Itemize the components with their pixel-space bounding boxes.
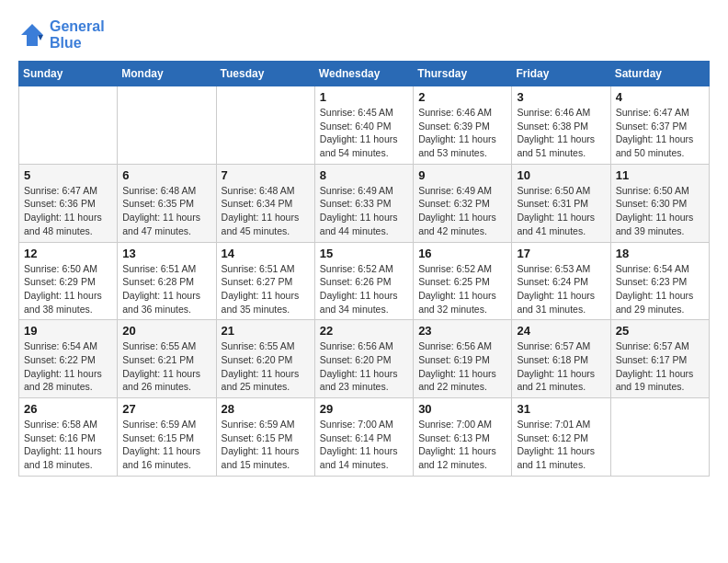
calendar-day-cell: [610, 398, 709, 477]
day-info: Sunrise: 6:53 AM Sunset: 6:24 PM Dayligh…: [517, 262, 605, 316]
day-info: Sunrise: 7:00 AM Sunset: 6:13 PM Dayligh…: [418, 418, 506, 472]
day-number: 10: [517, 168, 605, 182]
weekday-header: Thursday: [414, 62, 512, 86]
day-number: 12: [24, 247, 112, 260]
day-number: 5: [24, 168, 112, 182]
day-number: 7: [222, 168, 310, 182]
weekday-header: Friday: [512, 62, 610, 86]
day-info: Sunrise: 6:56 AM Sunset: 6:19 PM Dayligh…: [418, 339, 506, 394]
calendar-day-cell: 10Sunrise: 6:50 AM Sunset: 6:31 PM Dayli…: [512, 164, 610, 242]
calendar-day-cell: 15Sunrise: 6:52 AM Sunset: 6:26 PM Dayli…: [314, 242, 413, 320]
logo-text: General Blue: [50, 18, 105, 52]
calendar-day-cell: 21Sunrise: 6:55 AM Sunset: 6:20 PM Dayli…: [216, 320, 314, 398]
calendar-day-cell: 13Sunrise: 6:51 AM Sunset: 6:28 PM Dayli…: [118, 242, 216, 320]
calendar-day-cell: 29Sunrise: 7:00 AM Sunset: 6:14 PM Dayli…: [314, 398, 413, 477]
calendar-day-cell: 20Sunrise: 6:55 AM Sunset: 6:21 PM Dayli…: [118, 320, 216, 398]
day-number: 27: [122, 402, 210, 416]
day-info: Sunrise: 6:50 AM Sunset: 6:29 PM Dayligh…: [24, 262, 112, 316]
calendar-day-cell: 12Sunrise: 6:50 AM Sunset: 6:29 PM Dayli…: [19, 242, 118, 320]
day-number: 16: [418, 247, 506, 260]
calendar-day-cell: 8Sunrise: 6:49 AM Sunset: 6:33 PM Daylig…: [314, 164, 413, 242]
day-number: 18: [616, 247, 704, 260]
calendar-day-cell: 14Sunrise: 6:51 AM Sunset: 6:27 PM Dayli…: [216, 242, 314, 320]
calendar-day-cell: 9Sunrise: 6:49 AM Sunset: 6:32 PM Daylig…: [414, 164, 512, 242]
calendar-day-cell: 28Sunrise: 6:59 AM Sunset: 6:15 PM Dayli…: [216, 398, 314, 477]
svg-marker-1: [38, 35, 43, 40]
calendar-day-cell: 2Sunrise: 6:46 AM Sunset: 6:39 PM Daylig…: [414, 86, 512, 165]
day-number: 15: [320, 247, 408, 260]
day-info: Sunrise: 6:54 AM Sunset: 6:23 PM Dayligh…: [616, 262, 704, 316]
day-number: 31: [517, 402, 605, 416]
day-number: 20: [122, 324, 210, 338]
calendar-day-cell: 16Sunrise: 6:52 AM Sunset: 6:25 PM Dayli…: [414, 242, 512, 320]
logo-icon: [18, 21, 46, 49]
calendar-day-cell: [118, 86, 216, 165]
day-number: 4: [616, 90, 704, 104]
day-number: 8: [320, 168, 408, 182]
day-info: Sunrise: 7:01 AM Sunset: 6:12 PM Dayligh…: [517, 418, 605, 472]
calendar-day-cell: 4Sunrise: 6:47 AM Sunset: 6:37 PM Daylig…: [610, 86, 709, 165]
day-info: Sunrise: 6:59 AM Sunset: 6:15 PM Dayligh…: [222, 418, 310, 472]
calendar-day-cell: 5Sunrise: 6:47 AM Sunset: 6:36 PM Daylig…: [19, 164, 118, 242]
day-info: Sunrise: 6:59 AM Sunset: 6:15 PM Dayligh…: [122, 418, 210, 472]
weekday-header-row: SundayMondayTuesdayWednesdayThursdayFrid…: [19, 62, 710, 86]
calendar-day-cell: 1Sunrise: 6:45 AM Sunset: 6:40 PM Daylig…: [314, 86, 413, 165]
day-number: 29: [320, 402, 408, 416]
calendar-day-cell: 7Sunrise: 6:48 AM Sunset: 6:34 PM Daylig…: [216, 164, 314, 242]
calendar-day-cell: 3Sunrise: 6:46 AM Sunset: 6:38 PM Daylig…: [512, 86, 610, 165]
day-info: Sunrise: 6:52 AM Sunset: 6:26 PM Dayligh…: [320, 262, 408, 316]
weekday-header: Monday: [118, 62, 216, 86]
calendar-table: SundayMondayTuesdayWednesdayThursdayFrid…: [18, 61, 710, 477]
calendar-day-cell: 24Sunrise: 6:57 AM Sunset: 6:18 PM Dayli…: [512, 320, 610, 398]
day-info: Sunrise: 6:55 AM Sunset: 6:21 PM Dayligh…: [122, 339, 210, 394]
day-info: Sunrise: 6:56 AM Sunset: 6:20 PM Dayligh…: [320, 339, 408, 394]
day-number: 17: [517, 247, 605, 260]
day-number: 13: [122, 247, 210, 260]
calendar-day-cell: 30Sunrise: 7:00 AM Sunset: 6:13 PM Dayli…: [414, 398, 512, 477]
day-number: 11: [616, 168, 704, 182]
calendar-day-cell: 31Sunrise: 7:01 AM Sunset: 6:12 PM Dayli…: [512, 398, 610, 477]
day-number: 24: [517, 324, 605, 338]
day-number: 26: [24, 402, 112, 416]
calendar-day-cell: 19Sunrise: 6:54 AM Sunset: 6:22 PM Dayli…: [19, 320, 118, 398]
calendar-day-cell: 23Sunrise: 6:56 AM Sunset: 6:19 PM Dayli…: [414, 320, 512, 398]
day-info: Sunrise: 6:48 AM Sunset: 6:35 PM Dayligh…: [122, 184, 210, 238]
day-info: Sunrise: 6:58 AM Sunset: 6:16 PM Dayligh…: [24, 418, 112, 472]
day-info: Sunrise: 6:47 AM Sunset: 6:37 PM Dayligh…: [616, 106, 704, 160]
day-info: Sunrise: 6:45 AM Sunset: 6:40 PM Dayligh…: [320, 106, 408, 160]
day-info: Sunrise: 7:00 AM Sunset: 6:14 PM Dayligh…: [320, 418, 408, 472]
calendar-week-row: 19Sunrise: 6:54 AM Sunset: 6:22 PM Dayli…: [19, 320, 710, 398]
day-number: 9: [418, 168, 506, 182]
day-number: 25: [616, 324, 704, 338]
day-info: Sunrise: 6:54 AM Sunset: 6:22 PM Dayligh…: [24, 339, 112, 394]
day-info: Sunrise: 6:46 AM Sunset: 6:39 PM Dayligh…: [418, 106, 506, 160]
calendar-week-row: 5Sunrise: 6:47 AM Sunset: 6:36 PM Daylig…: [19, 164, 710, 242]
day-number: 2: [418, 90, 506, 104]
day-info: Sunrise: 6:57 AM Sunset: 6:18 PM Dayligh…: [517, 339, 605, 394]
weekday-header: Sunday: [19, 62, 118, 86]
day-number: 30: [418, 402, 506, 416]
day-info: Sunrise: 6:55 AM Sunset: 6:20 PM Dayligh…: [222, 339, 310, 394]
calendar-week-row: 26Sunrise: 6:58 AM Sunset: 6:16 PM Dayli…: [19, 398, 710, 477]
day-number: 19: [24, 324, 112, 338]
day-info: Sunrise: 6:52 AM Sunset: 6:25 PM Dayligh…: [418, 262, 506, 316]
day-number: 23: [418, 324, 506, 338]
day-info: Sunrise: 6:48 AM Sunset: 6:34 PM Dayligh…: [222, 184, 310, 238]
day-info: Sunrise: 6:47 AM Sunset: 6:36 PM Dayligh…: [24, 184, 112, 238]
day-info: Sunrise: 6:51 AM Sunset: 6:27 PM Dayligh…: [222, 262, 310, 316]
calendar-week-row: 1Sunrise: 6:45 AM Sunset: 6:40 PM Daylig…: [19, 86, 710, 165]
calendar-day-cell: 6Sunrise: 6:48 AM Sunset: 6:35 PM Daylig…: [118, 164, 216, 242]
day-info: Sunrise: 6:50 AM Sunset: 6:31 PM Dayligh…: [517, 184, 605, 238]
day-number: 1: [320, 90, 408, 104]
day-info: Sunrise: 6:50 AM Sunset: 6:30 PM Dayligh…: [616, 184, 704, 238]
day-number: 22: [320, 324, 408, 338]
day-number: 28: [222, 402, 310, 416]
calendar-day-cell: [216, 86, 314, 165]
calendar-day-cell: 27Sunrise: 6:59 AM Sunset: 6:15 PM Dayli…: [118, 398, 216, 477]
calendar-day-cell: 22Sunrise: 6:56 AM Sunset: 6:20 PM Dayli…: [314, 320, 413, 398]
day-info: Sunrise: 6:49 AM Sunset: 6:33 PM Dayligh…: [320, 184, 408, 238]
calendar-day-cell: 17Sunrise: 6:53 AM Sunset: 6:24 PM Dayli…: [512, 242, 610, 320]
day-info: Sunrise: 6:51 AM Sunset: 6:28 PM Dayligh…: [122, 262, 210, 316]
calendar-day-cell: 11Sunrise: 6:50 AM Sunset: 6:30 PM Dayli…: [610, 164, 709, 242]
calendar-week-row: 12Sunrise: 6:50 AM Sunset: 6:29 PM Dayli…: [19, 242, 710, 320]
